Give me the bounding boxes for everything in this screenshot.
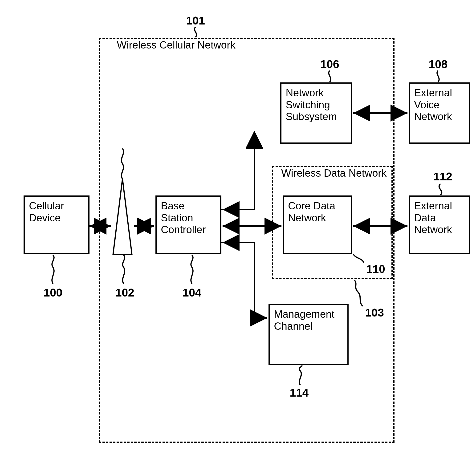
external-data-network-box: External Data Network xyxy=(409,196,470,254)
ref-114: 114 xyxy=(290,386,308,399)
network-switching-subsystem-box: Network Switching Subsystem xyxy=(280,82,352,144)
ref-108: 108 xyxy=(429,58,448,71)
ref-112: 112 xyxy=(433,170,452,183)
wireless-cellular-network-label: Wireless Cellular Network xyxy=(115,39,237,51)
ref-106: 106 xyxy=(320,58,339,71)
core-data-network-box: Core Data Network xyxy=(283,196,352,254)
base-station-controller-box: Base Station Controller xyxy=(155,196,221,254)
ref-100: 100 xyxy=(43,286,62,299)
cellular-device-box: Cellular Device xyxy=(24,196,90,254)
management-channel-box: Management Channel xyxy=(269,304,348,365)
ref-110: 110 xyxy=(366,263,385,276)
ref-101: 101 xyxy=(186,14,205,27)
external-voice-network-box: External Voice Network xyxy=(409,82,470,144)
ref-102: 102 xyxy=(115,286,134,299)
tower-icon xyxy=(113,148,132,254)
ref-104: 104 xyxy=(183,286,201,299)
ref-103: 103 xyxy=(365,306,384,319)
wireless-data-network-label: Wireless Data Network xyxy=(280,167,388,179)
